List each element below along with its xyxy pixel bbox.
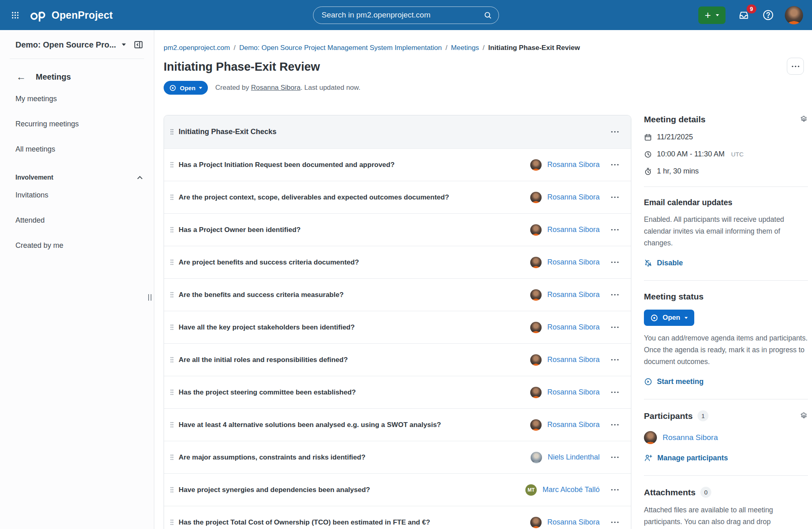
- assignee-link[interactable]: Rosanna Sibora: [547, 356, 600, 364]
- disable-email-updates-link[interactable]: Disable: [644, 259, 683, 267]
- page-more-menu-button[interactable]: [787, 58, 804, 75]
- assignee-link[interactable]: Rosanna Sibora: [547, 323, 600, 332]
- drag-handle-icon[interactable]: [170, 454, 174, 461]
- agenda-item-row[interactable]: Are the benefits and success criteria me…: [164, 278, 631, 311]
- assignee-avatar[interactable]: [530, 387, 542, 398]
- assignee-link[interactable]: Rosanna Sibora: [547, 225, 600, 234]
- item-more-menu-icon[interactable]: [609, 454, 621, 461]
- section-more-menu-icon[interactable]: [609, 128, 621, 135]
- gear-icon[interactable]: [800, 115, 808, 124]
- back-arrow-icon[interactable]: ←: [16, 72, 26, 82]
- item-more-menu-icon[interactable]: [609, 519, 621, 526]
- agenda-item-row[interactable]: Are major assumptions, constraints and r…: [164, 441, 631, 473]
- participant-avatar[interactable]: [644, 431, 657, 444]
- drag-handle-icon[interactable]: [170, 226, 174, 233]
- agenda-item-row[interactable]: Has the project Total Cost of Ownership …: [164, 506, 631, 529]
- agenda-item-row[interactable]: Have all the key project stakeholders be…: [164, 311, 631, 343]
- sidebar-item[interactable]: Created by me: [0, 236, 154, 256]
- item-more-menu-icon[interactable]: [609, 194, 621, 201]
- assignee-link[interactable]: Rosanna Sibora: [547, 291, 600, 299]
- author-link[interactable]: Rosanna Sibora: [251, 84, 300, 91]
- meeting-status-pill[interactable]: Open: [164, 81, 208, 95]
- drag-handle-icon[interactable]: [170, 389, 174, 396]
- sidebar-item[interactable]: Invitations: [0, 185, 154, 205]
- participant-name-link[interactable]: Rosanna Sibora: [663, 433, 718, 442]
- chevron-down-icon: [199, 87, 202, 89]
- agenda-item-row[interactable]: Has a Project Owner been identified? Ros…: [164, 213, 631, 246]
- assignee-link[interactable]: Rosanna Sibora: [547, 160, 600, 169]
- assignee-avatar[interactable]: [530, 419, 542, 431]
- agenda-item-row[interactable]: Have project synergies and dependencies …: [164, 473, 631, 506]
- help-button[interactable]: [762, 9, 774, 21]
- assignee-link[interactable]: Rosanna Sibora: [547, 518, 600, 527]
- assignee-avatar[interactable]: MT: [525, 484, 537, 496]
- drag-handle-icon[interactable]: [170, 519, 174, 526]
- divider: [644, 475, 808, 476]
- sidebar-group-involvement[interactable]: Involvement: [15, 174, 142, 181]
- drag-handle-icon[interactable]: [170, 324, 174, 331]
- assignee-link[interactable]: Rosanna Sibora: [547, 388, 600, 397]
- search-icon[interactable]: [484, 11, 492, 20]
- agenda-item-row[interactable]: Have at least 4 alternative solutions be…: [164, 408, 631, 441]
- agenda-item-row[interactable]: Are all the initial roles and responsibi…: [164, 343, 631, 376]
- sidebar-nav: My meetingsRecurring meetingsAll meeting…: [0, 89, 154, 256]
- project-selector[interactable]: Demo: Open Source Pro...: [15, 40, 126, 50]
- assignee-avatar[interactable]: [530, 159, 542, 171]
- assignee-link[interactable]: Marc Alcobé Talló: [542, 486, 600, 494]
- item-more-menu-icon[interactable]: [609, 421, 621, 428]
- openproject-logo[interactable]: OpenProject: [29, 9, 113, 22]
- sidebar-resize-handle[interactable]: [148, 294, 151, 301]
- item-more-menu-icon[interactable]: [609, 486, 621, 493]
- item-more-menu-icon[interactable]: [609, 356, 621, 363]
- assignee-avatar[interactable]: [530, 289, 542, 301]
- breadcrumb-link[interactable]: Demo: Open Source Project Management Sys…: [239, 44, 442, 52]
- drag-handle-icon[interactable]: [170, 421, 174, 428]
- manage-participants-link[interactable]: Manage participants: [644, 454, 728, 462]
- start-meeting-link[interactable]: Start meeting: [644, 377, 704, 386]
- meeting-status-button[interactable]: Open: [644, 310, 694, 326]
- global-search-box[interactable]: [313, 7, 499, 24]
- assignee-avatar[interactable]: [530, 257, 542, 268]
- item-more-menu-icon[interactable]: [609, 389, 621, 396]
- drag-handle-icon[interactable]: [170, 291, 174, 298]
- agenda-item-row[interactable]: Has a Project Initiation Request been do…: [164, 148, 631, 181]
- item-more-menu-icon[interactable]: [609, 161, 621, 168]
- assignee-avatar[interactable]: [530, 354, 542, 366]
- item-more-menu-icon[interactable]: [609, 291, 621, 298]
- sidebar-item[interactable]: My meetings: [0, 89, 154, 109]
- item-more-menu-icon[interactable]: [609, 226, 621, 233]
- app-grid-menu-icon[interactable]: [9, 9, 22, 22]
- collapse-sidebar-button[interactable]: [134, 40, 143, 50]
- item-more-menu-icon[interactable]: [609, 259, 621, 266]
- item-more-menu-icon[interactable]: [609, 324, 621, 331]
- search-input[interactable]: [322, 11, 484, 20]
- drag-handle-icon[interactable]: [170, 356, 174, 363]
- agenda-item-row[interactable]: Are project benefits and success criteri…: [164, 246, 631, 278]
- assignee-link[interactable]: Rosanna Sibora: [547, 258, 600, 267]
- sidebar-item[interactable]: Attended: [0, 210, 154, 230]
- drag-handle-icon[interactable]: [170, 128, 174, 135]
- sidebar-item[interactable]: Recurring meetings: [0, 114, 154, 134]
- assignee-link[interactable]: Rosanna Sibora: [547, 421, 600, 429]
- assignee-avatar[interactable]: [530, 224, 542, 236]
- global-add-button[interactable]: +: [698, 7, 726, 24]
- assignee-avatar[interactable]: [531, 452, 542, 463]
- status-pill-label: Open: [180, 85, 195, 91]
- drag-handle-icon[interactable]: [170, 161, 174, 168]
- assignee-avatar[interactable]: [530, 517, 542, 528]
- agenda-item-row[interactable]: Are the project context, scope, delivera…: [164, 181, 631, 213]
- user-avatar[interactable]: [785, 6, 803, 24]
- drag-handle-icon[interactable]: [170, 194, 174, 201]
- sidebar-item[interactable]: All meetings: [0, 139, 154, 159]
- breadcrumb-link[interactable]: Meetings: [451, 44, 479, 52]
- assignee-avatar[interactable]: [530, 192, 542, 203]
- assignee-link[interactable]: Niels Lindenthal: [548, 453, 600, 462]
- breadcrumb-link[interactable]: pm2.openproject.com: [164, 44, 230, 52]
- drag-handle-icon[interactable]: [170, 486, 174, 493]
- notifications-button[interactable]: 9: [736, 8, 752, 22]
- agenda-item-row[interactable]: Has the project steering committee been …: [164, 376, 631, 408]
- assignee-link[interactable]: Rosanna Sibora: [547, 193, 600, 202]
- assignee-avatar[interactable]: [530, 322, 542, 333]
- drag-handle-icon[interactable]: [170, 259, 174, 266]
- gear-icon[interactable]: [800, 412, 808, 420]
